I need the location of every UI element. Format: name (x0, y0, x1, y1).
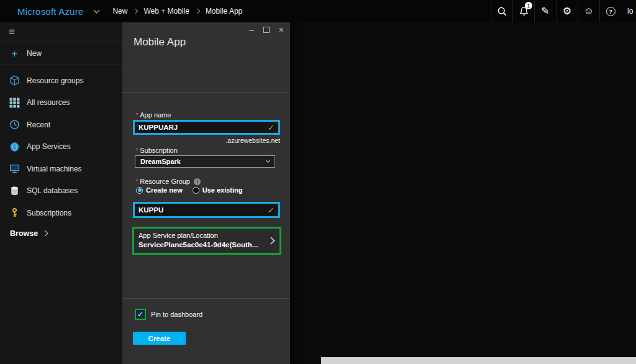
field-label-text: Subscription (140, 147, 178, 154)
field-label-text: App name (140, 111, 171, 119)
minimize-button[interactable]: – (249, 25, 254, 34)
breadcrumb-item-web-mobile[interactable]: Web + Mobile (143, 7, 189, 16)
breadcrumb-item-mobile-app[interactable]: Mobile App (206, 7, 242, 16)
blade-title: Mobile App (134, 36, 186, 48)
sidebar-item-label: SQL databases (27, 186, 78, 195)
azure-portal: Microsoft Azure New Web + Mobile Mobile … (0, 0, 636, 364)
dimmed-background (290, 22, 636, 364)
plan-text: App Service plan/Location ServicePlane5a… (139, 231, 265, 250)
settings-button[interactable]: ⚙ (556, 0, 578, 22)
notification-badge: 1 (525, 2, 532, 9)
subscription-dropdown[interactable]: DreamSpark (135, 155, 275, 168)
chevron-right-icon (267, 237, 275, 245)
required-marker: * (135, 147, 138, 154)
resource-group-label: * Resource Group i (135, 178, 201, 185)
domain-suffix: .azurewebsites.net (225, 137, 280, 144)
field-label-text: Resource Group (140, 178, 190, 185)
sidebar-item-label: Virtual machines (27, 165, 82, 173)
plan-value: ServicePlane5ac0e41-9d4e(South... (139, 240, 265, 250)
help-icon: ? (606, 7, 616, 16)
pin-to-dashboard-label: Pin to dashboard (151, 311, 202, 318)
sidebar-item-all-resources[interactable]: All resources (0, 92, 122, 114)
radio-selected-icon (136, 187, 143, 194)
edit-button[interactable]: ✎ (534, 0, 556, 22)
subscription-label: * Subscription (135, 147, 178, 154)
plan-label: App Service plan/Location (139, 231, 265, 240)
search-icon (497, 6, 507, 17)
sidebar-item-sql-databases[interactable]: SQL databases (0, 180, 122, 202)
smiley-icon: ☺ (584, 6, 594, 16)
background-page-edge (321, 357, 636, 364)
blade-footer: ✓ Pin to dashboard Create (122, 299, 290, 364)
checkmark-icon: ✓ (137, 310, 143, 319)
breadcrumb-separator-icon (195, 9, 200, 14)
close-button[interactable]: × (279, 25, 284, 34)
pencil-icon: ✎ (541, 6, 549, 16)
maximize-button[interactable] (263, 27, 270, 33)
brand-chevron-down-icon[interactable] (94, 7, 100, 14)
radio-create-new[interactable]: Create new (136, 186, 183, 194)
radio-unselected-icon (193, 187, 199, 194)
browse-label: Browse (10, 229, 38, 238)
required-marker: * (135, 111, 138, 119)
feedback-button[interactable]: ☺ (578, 0, 599, 22)
search-button[interactable] (491, 0, 512, 22)
required-marker: * (135, 178, 138, 185)
breadcrumb-separator-icon (133, 9, 138, 14)
sidebar-item-resource-groups[interactable]: Resource groups (0, 70, 122, 92)
sidebar-item-recent[interactable]: Recent (0, 114, 122, 136)
resource-group-input[interactable] (139, 206, 265, 214)
radio-label: Use existing (202, 186, 243, 194)
resource-group-options: Create new Use existing (136, 186, 243, 194)
notifications-button[interactable]: 1 (512, 0, 534, 22)
subscriptions-icon (9, 207, 20, 218)
radio-label: Create new (146, 186, 183, 194)
sidebar-item-label: All resources (27, 98, 70, 107)
chevron-right-icon (42, 230, 48, 237)
sidebar-item-new[interactable]: + New (0, 42, 122, 65)
blade-window-controls: – × (249, 25, 284, 34)
mobile-app-blade: Mobile App – × * App name ✓ .azurewebsit… (122, 22, 290, 364)
help-button[interactable]: ? (599, 0, 621, 22)
sidebar-browse[interactable]: Browse (0, 229, 122, 238)
chevron-down-icon (266, 158, 270, 163)
sidebar-item-app-services[interactable]: App Services (0, 136, 122, 158)
info-icon[interactable]: i (194, 178, 201, 185)
app-name-input[interactable] (139, 124, 265, 131)
sidebar-item-label: New (27, 49, 42, 58)
resource-groups-icon (9, 75, 20, 86)
breadcrumb: New Web + Mobile Mobile App (112, 7, 242, 16)
breadcrumb-item-new[interactable]: New (112, 7, 127, 16)
sidebar-item-virtual-machines[interactable]: Virtual machines (0, 158, 122, 180)
app-name-label: * App name (135, 111, 171, 119)
azure-brand[interactable]: Microsoft Azure (17, 6, 83, 17)
app-service-plan-selector[interactable]: App Service plan/Location ServicePlane5a… (132, 227, 281, 255)
subscription-value: DreamSpark (140, 158, 181, 165)
all-resources-icon (9, 98, 20, 108)
sql-databases-icon (9, 186, 20, 196)
sidebar-item-subscriptions[interactable]: Subscriptions (0, 202, 122, 224)
app-services-icon (9, 142, 20, 152)
hamburger-button[interactable]: ≡ (0, 22, 122, 42)
top-bar: Microsoft Azure New Web + Mobile Mobile … (0, 0, 636, 22)
topbar-actions: 1 ✎ ⚙ ☺ ? lo (491, 0, 636, 22)
pin-row: ✓ Pin to dashboard (135, 309, 202, 320)
sidebar-item-label: Resource groups (27, 76, 83, 85)
sidebar-item-label: Recent (27, 121, 50, 129)
app-name-field: ✓ (133, 120, 280, 135)
radio-use-existing[interactable]: Use existing (193, 186, 243, 194)
valid-check-icon: ✓ (268, 206, 275, 214)
blade-form: * App name ✓ .azurewebsites.net * Subscr… (122, 92, 290, 299)
sidebar-item-label: App Services (27, 142, 71, 151)
sidebar-item-label: Subscriptions (27, 209, 71, 217)
hamburger-icon: ≡ (9, 26, 15, 39)
account-label[interactable]: lo (621, 0, 636, 22)
create-button[interactable]: Create (133, 332, 186, 345)
valid-check-icon: ✓ (268, 124, 275, 132)
recent-icon (9, 119, 20, 130)
virtual-machines-icon (9, 163, 20, 174)
pin-to-dashboard-checkbox[interactable]: ✓ (135, 309, 146, 320)
gear-icon: ⚙ (563, 6, 571, 16)
plus-icon: + (9, 48, 20, 59)
sidebar-nav: Resource groups All resources Recent (0, 65, 122, 224)
